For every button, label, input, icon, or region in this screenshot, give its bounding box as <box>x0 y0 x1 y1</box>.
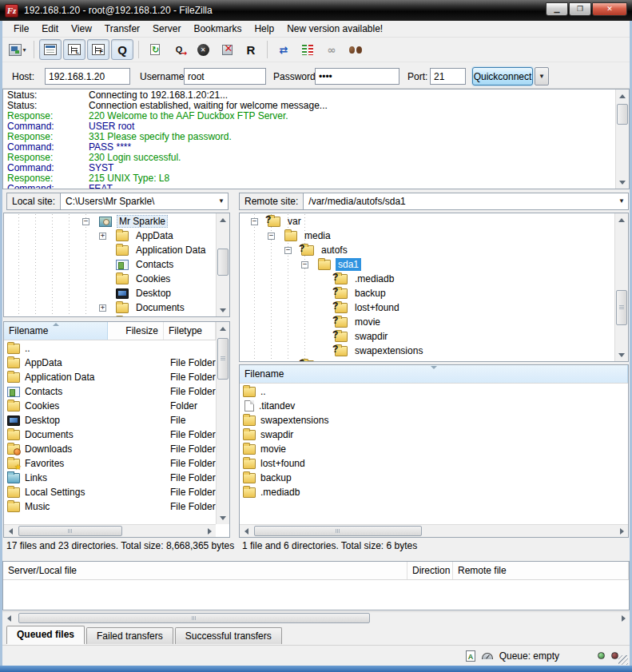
quickconnect-button[interactable]: Quickconnect <box>472 67 533 85</box>
remote-file-row[interactable]: movie <box>240 442 628 456</box>
menu-item[interactable]: Bookmarks <box>187 22 248 36</box>
scroll-up-icon[interactable] <box>619 94 626 98</box>
combo-arrow-icon[interactable]: ▼ <box>215 193 228 209</box>
local-file-row[interactable]: Contacts File Folder <box>4 384 216 399</box>
column-header-filename[interactable]: Filename <box>240 365 628 383</box>
remote-tree-item[interactable]: movie <box>240 315 614 329</box>
remote-file-row[interactable]: .. <box>240 384 628 399</box>
menu-item[interactable]: View <box>65 22 98 36</box>
remote-file-row[interactable]: swapextensions <box>240 413 628 427</box>
local-file-row[interactable]: Links File Folder <box>4 471 216 485</box>
toggle-remote-tree-button[interactable]: F <box>87 39 109 60</box>
maximize-button[interactable]: ❐ <box>569 2 591 16</box>
toggle-queue-button[interactable]: Q <box>111 39 133 60</box>
local-file-row[interactable]: .. <box>4 341 216 356</box>
local-tree-item[interactable]: Contacts <box>4 257 216 272</box>
remote-tree-item[interactable]: autofs <box>240 243 614 257</box>
title-bar[interactable]: Fz 192.168.1.20 - root@192.168.1.20 - Fi… <box>0 0 632 21</box>
queue-tab[interactable]: Successful transfers <box>175 627 282 644</box>
remote-tree-item[interactable]: swapextensions <box>240 344 614 358</box>
log-scrollbar[interactable] <box>615 89 629 189</box>
tree-expander-icon[interactable] <box>99 304 106 312</box>
local-file-row[interactable]: Cookies Folder <box>4 399 216 413</box>
local-file-row[interactable]: Music File Folder <box>4 499 216 514</box>
local-tree-item[interactable]: Application Data <box>4 243 216 257</box>
toggle-local-tree-button[interactable]: L <box>63 39 85 60</box>
resize-grip[interactable] <box>618 655 628 665</box>
remote-list-hscrollbar[interactable] <box>240 524 628 537</box>
queue-hscrollbar[interactable] <box>2 611 630 624</box>
local-file-row[interactable]: Favorites File Folder <box>4 456 216 471</box>
menu-item[interactable]: Transfer <box>98 22 146 36</box>
menu-item-new-version[interactable]: New version available! <box>280 22 389 36</box>
column-header-remote-file[interactable]: Remote file <box>453 562 629 579</box>
refresh-button[interactable] <box>144 39 166 60</box>
local-tree-item[interactable]: Mr Sparkle <box>4 214 216 229</box>
minimize-button[interactable]: ▁ <box>546 2 568 16</box>
port-input[interactable] <box>430 68 466 85</box>
tree-expander-icon[interactable] <box>99 233 106 240</box>
remote-tree-item[interactable]: media <box>240 229 614 243</box>
local-tree-item[interactable]: Downloads <box>4 315 216 316</box>
local-tree-scrollbar[interactable] <box>216 213 229 316</box>
process-queue-button[interactable]: Q <box>168 39 190 60</box>
local-file-row[interactable]: Local Settings File Folder <box>4 485 216 499</box>
remote-tree-scrollbar[interactable] <box>614 213 628 361</box>
remote-file-row[interactable]: .mediadb <box>240 485 628 499</box>
local-tree-item[interactable]: Cookies <box>4 272 216 286</box>
synchronized-browsing-button[interactable]: ⇄ <box>272 39 295 60</box>
queue-tab[interactable]: Failed transfers <box>86 627 173 644</box>
local-file-row[interactable]: Documents File Folder <box>4 427 216 442</box>
remote-tree-item[interactable]: dvd <box>240 358 614 361</box>
directory-comparison-button[interactable] <box>296 39 319 60</box>
site-manager-button[interactable]: ▾ <box>6 39 29 60</box>
menu-item[interactable]: Server <box>146 22 187 36</box>
tree-expander-icon[interactable] <box>268 233 275 240</box>
queue-tab[interactable]: Queued files <box>6 626 85 644</box>
remote-tree-item[interactable]: lost+found <box>240 300 614 315</box>
column-header-server-local-file[interactable]: Server/Local file <box>3 562 407 579</box>
local-file-row[interactable]: AppData File Folder <box>4 356 216 370</box>
local-tree-item[interactable]: AppData <box>4 229 216 243</box>
disconnect-button[interactable] <box>216 39 238 60</box>
column-header-direction[interactable]: Direction <box>407 562 453 579</box>
close-button[interactable]: ✕ <box>592 2 627 16</box>
column-header-filetype[interactable]: Filetype <box>164 322 216 340</box>
scroll-down-icon[interactable] <box>619 181 626 185</box>
remote-tree-item[interactable]: var <box>240 214 614 229</box>
password-input[interactable] <box>315 68 399 85</box>
search-button[interactable] <box>344 39 367 60</box>
remote-tree-item[interactable]: backup <box>240 286 614 300</box>
local-list-hscrollbar[interactable] <box>4 524 216 537</box>
combo-arrow-icon[interactable]: ▼ <box>615 193 628 209</box>
remote-site-combo[interactable]: Remote site: /var/media/autofs/sda1 ▼ <box>239 193 629 210</box>
local-site-combo[interactable]: Local site: C:\Users\Mr Sparkle\ ▼ <box>6 193 229 210</box>
toggle-message-log-button[interactable] <box>39 39 62 60</box>
local-file-row[interactable]: Desktop File <box>4 413 216 427</box>
remote-file-row[interactable]: backup <box>240 471 628 485</box>
local-tree-item[interactable]: Documents <box>4 300 216 315</box>
remote-tree-item[interactable]: swapdir <box>240 329 614 344</box>
column-header-filesize[interactable]: Filesize <box>108 322 164 340</box>
menu-item[interactable]: Edit <box>35 22 65 36</box>
remote-tree-item[interactable]: .mediadb <box>240 272 614 286</box>
local-file-row[interactable]: Application Data File Folder <box>4 370 216 384</box>
remote-file-row[interactable]: lost+found <box>240 456 628 471</box>
username-input[interactable] <box>184 68 266 85</box>
local-list-vscrollbar[interactable] <box>216 322 229 524</box>
quickconnect-dropdown-button[interactable]: ▼ <box>535 67 549 85</box>
find-files-button[interactable]: ∞ <box>320 39 343 60</box>
menu-item[interactable]: File <box>7 22 35 36</box>
remote-file-row[interactable]: swapdir <box>240 427 628 442</box>
remote-site-path[interactable]: /var/media/autofs/sda1 <box>304 193 615 209</box>
tree-expander-icon[interactable] <box>284 247 292 254</box>
local-tree-item[interactable]: Desktop <box>4 286 216 300</box>
tree-expander-icon[interactable] <box>301 261 308 268</box>
local-file-row[interactable]: Downloads File Folder <box>4 442 216 456</box>
remote-tree-item[interactable]: sda1 <box>240 257 614 272</box>
local-site-path[interactable]: C:\Users\Mr Sparkle\ <box>61 193 215 209</box>
cancel-button[interactable]: ✕ <box>192 39 214 60</box>
tree-expander-icon[interactable] <box>82 218 89 225</box>
column-header-filename[interactable]: Filename <box>4 322 108 340</box>
host-input[interactable] <box>45 68 130 85</box>
